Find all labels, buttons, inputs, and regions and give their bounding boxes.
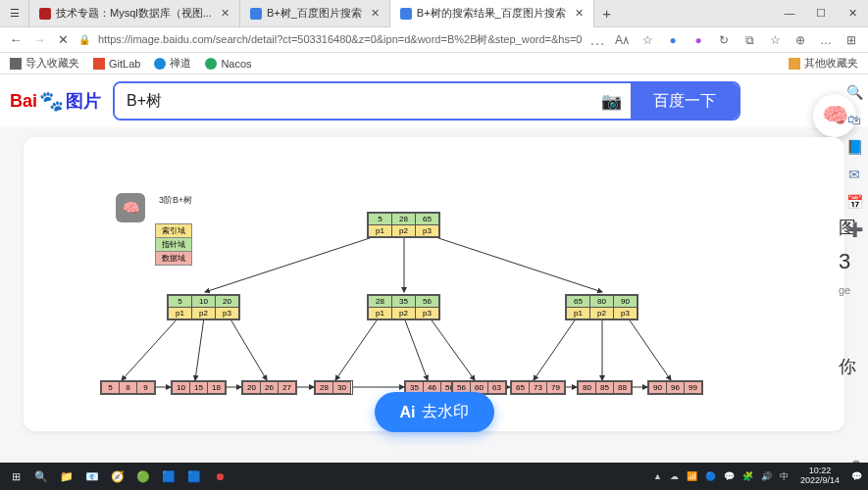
search-button[interactable]: 百度一下	[631, 83, 739, 119]
extensions-icon[interactable]: ⊕	[791, 33, 809, 47]
bookmark-gitlab[interactable]: GitLab	[93, 58, 140, 70]
close-icon[interactable]: ✕	[575, 7, 584, 20]
mid-node-2: 283556p1p2p3	[367, 294, 440, 320]
window-titlebar: ☰ 技术专题：Mysql数据库（视图... ✕ B+树_百度图片搜索 ✕ B+树…	[0, 0, 868, 27]
legend-data: 数据域	[156, 252, 191, 265]
legend-index: 索引域	[156, 224, 191, 238]
favorites-icon[interactable]: ☆	[766, 33, 784, 47]
clock[interactable]: 10:22 2022/9/14	[794, 466, 845, 486]
leaf-8: 808588	[577, 380, 633, 395]
tray-app-icon[interactable]: 🧩	[740, 471, 755, 481]
close-icon[interactable]: ✕	[371, 7, 380, 20]
collections-icon[interactable]: ⧉	[740, 33, 758, 47]
tree-diagram: 🧠 3阶B+树 索引域 指针域 数据域 52865p1p2p3 51020p1p…	[24, 137, 844, 431]
new-tab-button[interactable]: +	[594, 5, 620, 22]
tab-label: 技术专题：Mysql数据库（视图...	[56, 6, 212, 21]
svg-line-3	[122, 318, 179, 380]
root-node: 52865p1p2p3	[367, 212, 440, 238]
paw-icon: 🐾	[39, 89, 64, 113]
diagram-title: 3阶B+树	[159, 194, 192, 207]
browser-tab-1[interactable]: 技术专题：Mysql数据库（视图... ✕	[29, 0, 240, 27]
favorite-icon[interactable]: ☆	[638, 33, 656, 47]
svg-line-2	[430, 235, 602, 292]
minimize-button[interactable]: —	[774, 7, 805, 20]
tray-up-icon[interactable]: ▲	[651, 471, 664, 481]
close-window-button[interactable]: ✕	[837, 7, 868, 20]
camera-icon[interactable]: 📷	[591, 83, 631, 119]
window-controls: — ☐ ✕	[774, 7, 868, 20]
side-icon[interactable]: 📅	[841, 188, 868, 216]
explorer-icon[interactable]: 📁	[55, 466, 78, 487]
ext1-icon[interactable]: ●	[664, 33, 682, 47]
gitlab-icon	[93, 58, 105, 70]
app-icon[interactable]: 🟦	[157, 466, 180, 487]
browser-tab-2[interactable]: B+树_百度图片搜索 ✕	[240, 0, 390, 27]
svg-line-5	[230, 318, 267, 380]
legend-pointer: 指针域	[156, 238, 191, 252]
refresh-icon[interactable]: ↻	[715, 33, 733, 47]
windows-taskbar: ⊞ 🔍 📁 📧 🧭 🟢 🟦 🟦 ⏺ ▲ ☁ 📶 🔵 💬 🧩 🔊 中 10:22 …	[0, 463, 868, 490]
tab-label: B+树_百度图片搜索	[267, 6, 362, 21]
sidebar-icon[interactable]: ⊞	[842, 33, 860, 47]
url-text[interactable]: https://image.baidu.com/search/detail?ct…	[98, 32, 582, 47]
tray-net-icon[interactable]: 📶	[685, 471, 699, 481]
main-area: 🧠 3阶B+树 索引域 指针域 数据域 52865p1p2p3 51020p1p…	[0, 127, 868, 488]
side-icon[interactable]: ➕	[841, 216, 868, 243]
ai-watermark-button[interactable]: Ai 去水印	[375, 392, 494, 432]
tray-vol-icon[interactable]: 🔊	[759, 471, 774, 481]
side-icon[interactable]: 📘	[841, 133, 868, 161]
menu-icon[interactable]: …	[817, 33, 835, 47]
tray-ime-icon[interactable]: 中	[778, 470, 791, 483]
lock-icon: 🔒	[78, 34, 90, 45]
favicon-baidu	[250, 8, 262, 20]
bookmark-nacos[interactable]: Nacos	[205, 58, 251, 70]
tab-edge-menu[interactable]: ☰	[0, 0, 29, 27]
stop-button[interactable]: ✕	[55, 32, 71, 47]
browser-tab-3[interactable]: B+树的搜索结果_百度图片搜索 ✕	[390, 0, 594, 27]
record-icon[interactable]: ⏺	[208, 466, 231, 487]
svg-line-6	[335, 318, 379, 380]
side-icon[interactable]: ✉	[841, 161, 868, 188]
baidu-logo[interactable]: Bai 🐾 图片	[10, 89, 101, 113]
ai-icon: Ai	[400, 404, 416, 421]
tray-weather-icon[interactable]: ☁	[668, 471, 681, 481]
search-input[interactable]: B+树	[115, 83, 591, 119]
svg-line-7	[404, 318, 428, 380]
favicon-pdf	[39, 8, 51, 20]
side-icon[interactable]: 🛍	[841, 106, 868, 133]
folder-icon	[789, 58, 800, 70]
image-card: 🧠 3阶B+树 索引域 指针域 数据域 52865p1p2p3 51020p1p…	[24, 137, 844, 431]
search-taskbar[interactable]: 🔍	[29, 466, 53, 487]
bookmark-import[interactable]: 导入收藏夹	[10, 56, 79, 71]
bookmarks-bar: 导入收藏夹 GitLab 禅道 Nacos 其他收藏夹	[0, 53, 868, 74]
edge-icon[interactable]: 🟦	[182, 466, 206, 487]
favicon-baidu	[400, 8, 412, 20]
svg-line-8	[430, 318, 475, 380]
maximize-button[interactable]: ☐	[805, 7, 837, 20]
bookmark-zentao[interactable]: 禅道	[154, 56, 191, 71]
side-icon-strip: 🔍 🛍 📘 ✉ 📅 ➕	[841, 78, 868, 243]
tray-chat-icon[interactable]: 💬	[722, 471, 737, 481]
forward-button[interactable]: →	[31, 32, 47, 47]
side-icon[interactable]: 🔍	[841, 78, 868, 106]
leaf-4: 2830	[314, 380, 353, 395]
start-button[interactable]: ⊞	[4, 466, 27, 487]
ext2-icon[interactable]: ●	[689, 33, 707, 47]
text-size-icon[interactable]: A٨	[613, 33, 631, 47]
svg-line-0	[205, 235, 379, 292]
tray-bt-icon[interactable]: 🔵	[703, 471, 718, 481]
baidu-header: Bai 🐾 图片 B+树 📷 百度一下 🧠	[0, 74, 868, 127]
mid-node-3: 658090p1p2p3	[565, 294, 638, 320]
nacos-icon	[205, 58, 217, 70]
app-icon[interactable]: 🟢	[131, 466, 155, 487]
back-button[interactable]: ←	[8, 32, 24, 47]
import-icon	[10, 58, 22, 70]
bookmark-other[interactable]: 其他收藏夹	[789, 56, 858, 71]
close-icon[interactable]: ✕	[221, 7, 230, 20]
system-tray: ▲ ☁ 📶 🔵 💬 🧩 🔊 中 10:22 2022/9/14 💬	[651, 466, 864, 486]
browser-icon[interactable]: 🧭	[106, 466, 129, 487]
brain-grey-icon: 🧠	[116, 193, 145, 222]
zentao-icon	[154, 58, 166, 70]
notifications-icon[interactable]: 💬	[849, 471, 864, 481]
mail-icon[interactable]: 📧	[80, 466, 104, 487]
